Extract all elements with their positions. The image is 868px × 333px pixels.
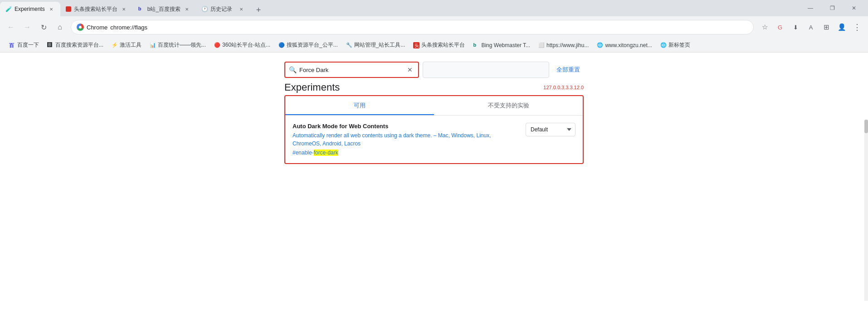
bookmark-newtab[interactable]: 🌐 新标签页	[657, 39, 694, 51]
360-bm-icon: 🔴	[214, 42, 220, 48]
tab-baidu-close[interactable]: ✕	[183, 5, 190, 13]
experiment-description: Automatically render all web contents us…	[293, 131, 518, 148]
translate-icon[interactable]: A	[804, 20, 818, 34]
tab-experiments-label: Experiments	[15, 6, 45, 12]
bookmark-bing[interactable]: b Bing Webmaster T...	[469, 40, 534, 50]
tab-unsupported-label: 不受支持的实验	[488, 102, 529, 109]
baidu-tab-icon: b	[138, 6, 145, 12]
refresh-button[interactable]: ↻	[36, 20, 51, 34]
experiment-tab-icon: 🧪	[5, 6, 12, 12]
tab-baidu-label: b站_百度搜索	[147, 5, 180, 13]
bookmark-star-button[interactable]: ☆	[757, 20, 772, 34]
tab-history[interactable]: 🕐 历史记录 ✕	[196, 2, 250, 16]
tab-unsupported[interactable]: 不受支持的实验	[434, 96, 583, 115]
tab-history-close[interactable]: ✕	[238, 5, 245, 13]
tab-toutiao-close[interactable]: ✕	[120, 5, 127, 13]
bookmark-xitongzu[interactable]: 🌐 www.xitongzu.net...	[593, 40, 655, 50]
title-bar: 🧪 Experiments ✕ 头条搜索站长平台 ✕ b b站_百度搜索 ✕ 🕐…	[0, 0, 868, 16]
download-icon[interactable]: ⬇	[788, 20, 803, 34]
xitongzu-bm-icon: 🌐	[597, 42, 603, 48]
tab-toutiao[interactable]: 头条搜索站长平台 ✕	[60, 2, 133, 16]
jihu-bm-icon: ⬜	[538, 42, 545, 48]
tab-baidu[interactable]: b b站_百度搜索 ✕	[133, 2, 196, 16]
new-tab-button[interactable]: +	[252, 4, 265, 16]
tab-active-indicator	[285, 114, 434, 115]
close-button[interactable]: ✕	[844, 0, 864, 16]
bookmark-baidu[interactable]: 百 百度一下	[5, 39, 43, 51]
bookmark-360[interactable]: 🔴 360站长平台-站点...	[210, 39, 274, 51]
webmaster-bm-icon: 🔧	[346, 42, 352, 48]
bookmark-souhu-label: 搜狐资源平台_公平...	[287, 41, 338, 49]
tab-toutiao-label: 头条搜索站长平台	[74, 5, 117, 13]
bookmark-bing-label: Bing Webmaster T...	[481, 42, 530, 48]
profile-button[interactable]: 👤	[834, 20, 849, 34]
menu-button[interactable]: ⋮	[850, 20, 864, 34]
bookmark-activate[interactable]: ⚡ 激活工具	[108, 39, 145, 51]
bookmark-webmaster[interactable]: 🔧 网站管理_站长工具...	[342, 39, 409, 51]
tab-available-label: 可用	[354, 102, 366, 109]
extensions-button[interactable]: ⊞	[819, 20, 834, 34]
experiment-item-auto-dark: Auto Dark Mode for Web Contents Automati…	[285, 116, 583, 163]
tab-experiments-close[interactable]: ✕	[48, 5, 55, 13]
bookmark-souhu[interactable]: 🔵 搜狐资源平台_公平...	[275, 39, 341, 51]
bookmark-baidu-stat-label: 百度统计——领先...	[158, 41, 206, 49]
tab-available[interactable]: 可用	[285, 96, 434, 115]
tab-experiments[interactable]: 🧪 Experiments ✕	[0, 2, 60, 16]
chrome-logo-icon	[77, 24, 84, 31]
scrollbar-thumb[interactable]	[864, 120, 868, 133]
maximize-button[interactable]: ❐	[822, 0, 843, 16]
activate-bm-icon: ⚡	[112, 42, 118, 48]
tab-history-label: 历史记录	[210, 5, 235, 13]
bookmark-baidu-resource[interactable]: 🅱 百度搜索资源平台...	[44, 39, 107, 51]
address-bar[interactable]: Chrome chrome://flags	[71, 20, 754, 34]
experiment-title: Auto Dark Mode for Web Contents	[293, 123, 518, 130]
content-area: 🔍 ✕ 全部重置 Experiments 127.0.0.3.3.3.12.0 …	[0, 53, 868, 333]
bookmark-jihu-label: https://www.jihu...	[546, 42, 589, 48]
bookmark-toutiao-label: 头条搜索站长平台	[421, 41, 465, 49]
window-controls: — ❐ ✕	[796, 0, 868, 16]
experiment-link[interactable]: #enable-force-dark	[293, 150, 518, 156]
address-text: chrome://flags	[110, 24, 748, 31]
history-tab-icon: 🕐	[201, 6, 208, 12]
bookmark-baidu-resource-label: 百度搜索资源平台...	[55, 41, 103, 49]
experiment-item-info: Auto Dark Mode for Web Contents Automati…	[293, 123, 518, 156]
bookmark-webmaster-label: 网站管理_站长工具...	[354, 41, 405, 49]
experiment-control[interactable]: Default Enabled Disabled	[526, 123, 575, 136]
search-icon: 🔍	[289, 66, 297, 73]
bookmark-toutiao[interactable]: 头 头条搜索站长平台	[410, 39, 468, 51]
flags-search-bar: 🔍 ✕ 全部重置	[284, 62, 584, 78]
bookmarks-bar: 百 百度一下 🅱 百度搜索资源平台... ⚡ 激活工具 📊 百度统计——领先..…	[0, 38, 868, 53]
search-input[interactable]	[299, 67, 403, 73]
reset-all-button[interactable]: 全部重置	[553, 62, 584, 77]
page-title-section: Experiments 127.0.0.3.3.3.12.0	[284, 82, 584, 93]
search-input-wrap[interactable]: 🔍 ✕	[284, 62, 419, 78]
bing-bm-icon: b	[473, 42, 479, 48]
bookmark-jihu[interactable]: ⬜ https://www.jihu...	[535, 40, 592, 50]
scrollbar[interactable]	[864, 120, 868, 301]
home-button[interactable]: ⌂	[53, 20, 67, 34]
bookmark-baidu-stat[interactable]: 📊 百度统计——领先...	[146, 39, 210, 51]
bookmark-360-label: 360站长平台-站点...	[222, 41, 270, 49]
forward-button[interactable]: →	[20, 20, 34, 34]
experiments-container: 可用 不受支持的实验 Auto Dark Mode for Web Conten…	[284, 95, 584, 164]
experiments-tabs: 可用 不受支持的实验	[285, 96, 583, 116]
experiment-link-prefix: #enable-	[293, 150, 314, 156]
minimize-button[interactable]: —	[800, 0, 821, 16]
search-clear-button[interactable]: ✕	[405, 65, 414, 74]
filter-input-wrap[interactable]	[423, 62, 549, 78]
experiment-select[interactable]: Default Enabled Disabled	[526, 123, 575, 136]
bookmark-activate-label: 激活工具	[120, 41, 141, 49]
filter-input[interactable]	[427, 67, 545, 73]
nav-right-icons: ☆ G ⬇ A ⊞ 👤 ⋮	[757, 20, 864, 34]
baidu-bm-icon: 百	[9, 42, 15, 48]
bookmark-xitongzu-label: www.xitongzu.net...	[605, 42, 652, 48]
grammarly-icon: G	[773, 20, 787, 34]
souhu-bm-icon: 🔵	[278, 42, 285, 48]
bookmark-newtab-label: 新标签页	[668, 41, 690, 49]
page-title: Experiments	[284, 82, 340, 93]
toutiao-bm-icon: 头	[413, 42, 419, 48]
toutiao-tab-icon	[66, 6, 71, 12]
scrollbar-track	[864, 120, 868, 301]
back-button[interactable]: ←	[4, 20, 18, 34]
experiment-link-highlight: force-dark	[314, 150, 338, 156]
